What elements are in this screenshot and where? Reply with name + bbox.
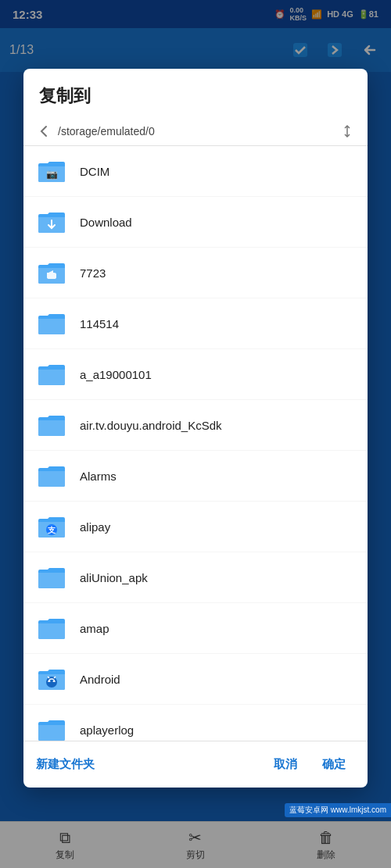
ok-button[interactable]: 确定 bbox=[313, 751, 355, 778]
folder-icon-aplayerlog bbox=[36, 714, 67, 741]
current-path: /storage/emulated/0 bbox=[58, 125, 333, 138]
list-item[interactable]: 7723 bbox=[23, 248, 368, 298]
dialog-actions: 新建文件夹 取消 确定 bbox=[23, 741, 368, 788]
path-back-button[interactable] bbox=[36, 123, 52, 139]
cancel-button[interactable]: 取消 bbox=[264, 751, 307, 778]
sort-icon[interactable] bbox=[339, 123, 355, 139]
list-item[interactable]: Alarms bbox=[23, 451, 368, 502]
new-folder-button[interactable]: 新建文件夹 bbox=[36, 757, 258, 772]
folder-name-a_a19000101: a_a19000101 bbox=[80, 368, 355, 381]
list-item[interactable]: Download bbox=[23, 197, 368, 248]
list-item[interactable]: 📷 DCIM bbox=[23, 146, 368, 197]
list-item[interactable]: 114514 bbox=[23, 298, 368, 349]
list-item[interactable]: a_a19000101 bbox=[23, 349, 368, 400]
folder-list: 📷 DCIM Download bbox=[23, 146, 368, 741]
svg-text:📷: 📷 bbox=[46, 168, 58, 180]
folder-icon-aliunion bbox=[36, 562, 67, 593]
folder-name-aliunion: aliUnion_apk bbox=[80, 571, 355, 584]
list-item[interactable]: aliUnion_apk bbox=[23, 552, 368, 603]
svg-point-7 bbox=[49, 680, 51, 682]
watermark: 蓝莓安卓网 www.lmkjst.com bbox=[285, 803, 391, 817]
folder-icon-amap bbox=[36, 613, 67, 644]
watermark-text: 蓝莓安卓网 www.lmkjst.com bbox=[289, 805, 386, 814]
folder-icon-alarms bbox=[36, 460, 67, 491]
folder-icon-android bbox=[36, 663, 67, 695]
list-item[interactable]: air.tv.douyu.android_KcSdk bbox=[23, 400, 368, 451]
folder-name-aplayerlog: aplayerlog bbox=[80, 723, 355, 737]
folder-icon-114514 bbox=[36, 308, 67, 339]
folder-name-114514: 114514 bbox=[80, 317, 355, 330]
folder-name-download: Download bbox=[80, 216, 355, 229]
svg-point-8 bbox=[53, 680, 55, 682]
folder-icon-a_a19000101 bbox=[36, 359, 67, 390]
folder-name-android: Android bbox=[80, 673, 355, 686]
folder-icon-7723 bbox=[36, 257, 67, 288]
svg-point-6 bbox=[46, 677, 57, 688]
folder-name-alipay: alipay bbox=[80, 520, 355, 534]
folder-name-douyu: air.tv.douyu.android_KcSdk bbox=[80, 419, 355, 432]
folder-name-dcim: DCIM bbox=[80, 165, 355, 178]
list-item[interactable]: aplayerlog bbox=[23, 705, 368, 741]
folder-name-7723: 7723 bbox=[80, 266, 355, 280]
folder-icon-download bbox=[36, 206, 67, 238]
folder-icon-alipay: 支 bbox=[36, 511, 67, 542]
list-item[interactable]: Android bbox=[23, 654, 368, 705]
svg-text:支: 支 bbox=[47, 526, 56, 534]
folder-name-alarms: Alarms bbox=[80, 470, 355, 483]
dialog-title: 复制到 bbox=[23, 69, 368, 117]
folder-icon-dcim: 📷 bbox=[36, 155, 67, 187]
copy-dialog: 复制到 /storage/emulated/0 📷 bbox=[23, 69, 368, 788]
list-item[interactable]: amap bbox=[23, 603, 368, 654]
path-bar: /storage/emulated/0 bbox=[23, 117, 368, 146]
list-item[interactable]: 支 alipay bbox=[23, 502, 368, 552]
folder-icon-douyu bbox=[36, 409, 67, 441]
folder-name-amap: amap bbox=[80, 622, 355, 635]
